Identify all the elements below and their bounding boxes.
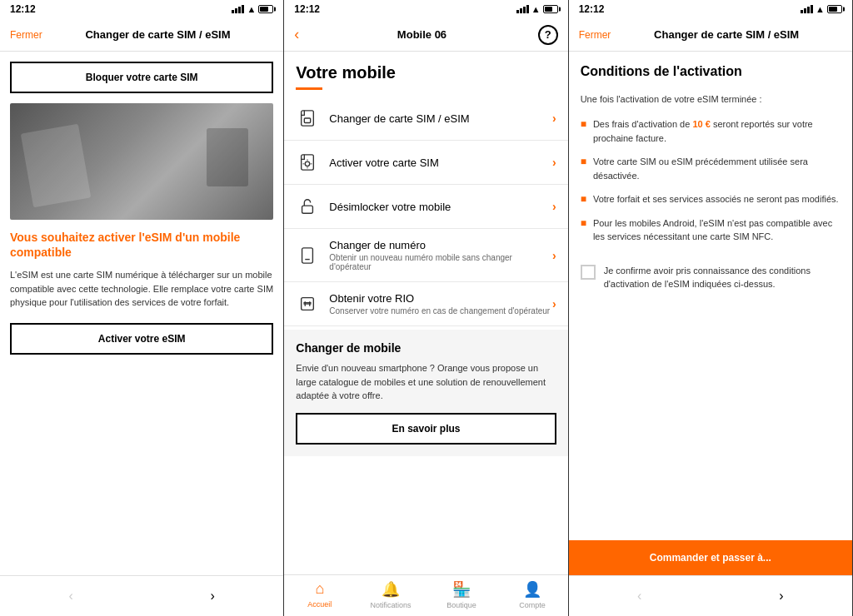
panel-3: 12:12 ▲ Fermer Changer de carte SIM / eS… [569,0,853,616]
menu-item-rio[interactable]: Obtenir votre RIO Conserver votre numéro… [284,282,567,326]
menu-item-rio-label: Obtenir votre RIO [329,292,552,305]
tab-accueil-label: Accueil [307,600,332,609]
condition-text-4: Pour les mobiles Android, l'eSIM n'est p… [593,216,841,244]
close-button-3[interactable]: Fermer [579,29,611,41]
bar4 [526,5,529,13]
menu-arrow-unlock: › [552,200,556,213]
battery-fill-1 [260,7,268,12]
nav-bar-3: Fermer Changer de carte SIM / eSIM [569,18,852,52]
time-2: 12:12 [294,3,320,15]
activate-esim-button[interactable]: Activer votre eSIM [10,323,273,355]
bar4 [242,5,244,13]
phone-number-icon [296,244,319,267]
battery-icon-2 [543,5,558,13]
panel-1: 12:12 ▲ Fermer Changer de carte SIM / eS… [0,0,284,616]
changer-mobile-text: Envie d'un nouveau smartphone ? Orange v… [296,361,556,403]
bar2 [235,8,237,13]
condition-text-3: Votre forfait et ses services associés n… [593,192,839,206]
bar1 [516,10,519,13]
next-arrow-3[interactable]: › [770,584,793,608]
bar3 [523,7,526,13]
esim-title: Vous souhaitez activer l'eSIM d'un mobil… [10,230,273,260]
status-icons-1: ▲ [232,4,273,14]
status-bar-1: 12:12 ▲ [0,0,283,18]
bullet-4: ■ [581,217,586,229]
back-button-2[interactable]: ‹ [294,26,299,43]
condition-text-2: Votre carte SIM ou eSIM précédemment uti… [593,155,841,182]
battery-icon-3 [827,5,842,13]
status-icons-3: ▲ [801,4,842,14]
svg-rect-4 [302,206,313,213]
tab-compte[interactable]: 👤 Compte [507,580,557,609]
lock-icon [296,195,319,218]
menu-item-unlock[interactable]: Désimlocker votre mobile › [284,185,567,229]
hash-icon [296,292,319,315]
condition-item-1: ■ Des frais d'activation de 10 € seront … [581,117,841,145]
nav-title-2: Mobile 06 [306,28,537,41]
status-bar-2: 12:12 ▲ [284,0,567,18]
menu-arrow-rio: › [552,297,556,310]
bullet-2: ■ [581,156,586,167]
changer-mobile-title: Changer de mobile [296,341,556,355]
checkbox-label: Je confirme avoir pris connaissance des … [604,264,841,291]
menu-arrow-activate: › [552,156,556,169]
panel2-scrollcontent: Votre mobile Changer de carte SIM / eSIM… [284,52,567,574]
bar4 [811,5,813,13]
condition-text-1: Des frais d'activation de 10 € seront re… [593,117,841,145]
menu-arrow-number: › [552,249,556,262]
changer-mobile-section: Changer de mobile Envie d'un nouveau sma… [284,330,567,456]
menu-item-sim-text: Changer de carte SIM / eSIM [329,112,552,125]
time-1: 12:12 [10,3,36,15]
orange-underline [296,87,322,90]
menu-item-unlock-text: Désimlocker votre mobile [329,201,552,213]
tab-boutique[interactable]: 🏪 Boutique [436,580,486,609]
commander-button[interactable]: Commander et passer à... [569,540,852,575]
conditions-intro: Une fois l'activation de votre eSIM term… [581,92,841,107]
panel3-scrollcontent: Conditions de l'activation Une fois l'ac… [569,52,852,540]
tab-boutique-label: Boutique [446,601,476,609]
close-button-1[interactable]: Fermer [10,29,42,41]
menu-item-number[interactable]: Changer de numéro Obtenir un nouveau num… [284,229,567,282]
tab-compte-label: Compte [519,601,546,609]
menu-item-number-text: Changer de numéro Obtenir un nouveau num… [329,239,552,271]
esim-description: L'eSIM est une carte SIM numérique à tél… [10,268,273,310]
nav-title-3: Changer de carte SIM / eSIM [611,28,842,41]
wifi-icon-1: ▲ [247,4,256,14]
tab-accueil[interactable]: ⌂ Accueil [295,580,345,609]
house-icon: ⌂ [315,580,324,598]
sim-settings-icon [296,151,319,174]
tab-notifications-label: Notifications [370,601,411,609]
menu-item-number-sublabel: Obtenir un nouveau numéro mobile sans ch… [329,253,552,271]
block-sim-button[interactable]: Bloquer votre carte SIM [10,62,273,93]
menu-item-activate-text: Activer votre carte SIM [329,156,552,169]
next-arrow-1[interactable]: › [201,584,224,608]
en-savoir-plus-button[interactable]: En savoir plus [296,413,556,445]
signal-bars-1 [232,5,244,13]
menu-item-sim[interactable]: Changer de carte SIM / eSIM › [284,97,567,141]
bell-icon: 🔔 [382,580,400,599]
confirm-checkbox[interactable] [581,265,596,280]
prev-arrow-1[interactable]: ‹ [59,584,82,608]
phone-image [10,103,273,220]
menu-item-unlock-label: Désimlocker votre mobile [329,201,552,213]
nav-bar-1: Fermer Changer de carte SIM / eSIM [0,18,283,52]
panel1-bottom-nav: ‹ › [0,575,283,616]
menu-item-activate-label: Activer votre carte SIM [329,156,552,169]
prev-arrow-3[interactable]: ‹ [628,584,651,608]
svg-point-3 [306,161,311,166]
panel1-scrollcontent: Bloquer votre carte SIM Vous souhaitez a… [0,52,283,575]
store-icon: 🏪 [452,580,471,599]
time-3: 12:12 [579,3,605,15]
nav-title-1: Changer de carte SIM / eSIM [42,28,274,41]
bullet-1: ■ [581,118,586,130]
nav-bar-2: ‹ Mobile 06 ? [284,18,567,52]
tab-notifications[interactable]: 🔔 Notifications [366,580,416,609]
panel-2: 12:12 ▲ ‹ Mobile 06 ? Votre mobile [284,0,568,616]
menu-item-activate-sim[interactable]: Activer votre carte SIM › [284,141,567,185]
bar1 [232,10,234,13]
signal-bars-2 [516,5,529,13]
help-button-2[interactable]: ? [538,25,558,45]
svg-rect-1 [305,118,311,123]
condition-item-2: ■ Votre carte SIM ou eSIM précédemment u… [581,155,841,182]
menu-item-sim-label: Changer de carte SIM / eSIM [329,112,552,125]
